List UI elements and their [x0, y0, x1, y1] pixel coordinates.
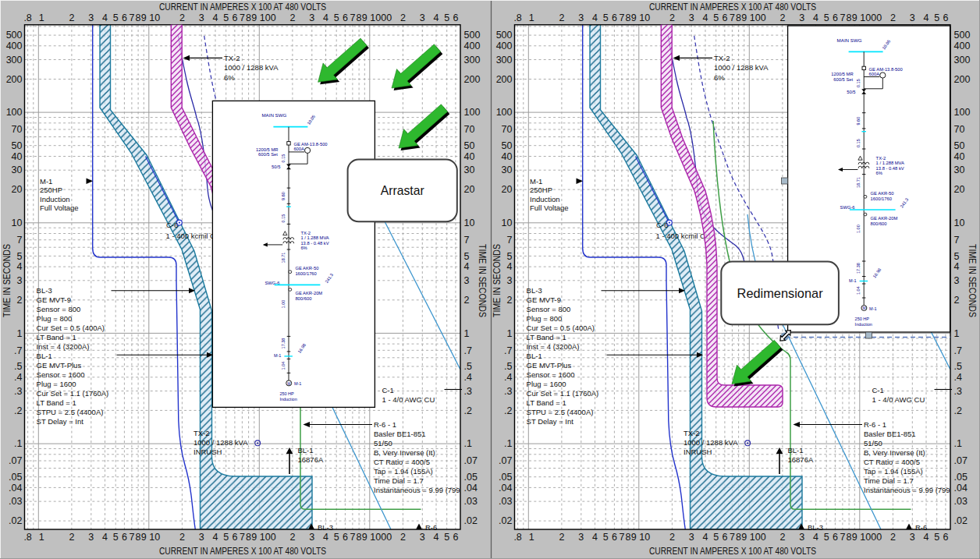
- svg-text:8: 8: [626, 12, 631, 23]
- svg-text:1000: 1000: [370, 532, 392, 543]
- svg-text:TX-2: TX-2: [194, 429, 210, 437]
- svg-text:8: 8: [136, 12, 141, 23]
- svg-text:0.15: 0.15: [281, 214, 286, 223]
- svg-text:3: 3: [799, 532, 804, 543]
- svg-text:.07: .07: [499, 455, 512, 466]
- svg-text:51/50: 51/50: [374, 439, 392, 448]
- svg-text:9: 9: [631, 532, 637, 543]
- svg-text:2: 2: [17, 295, 23, 306]
- svg-text:2: 2: [289, 532, 295, 543]
- svg-text:6: 6: [453, 532, 458, 543]
- svg-text:C-6: C-6: [166, 221, 178, 229]
- svg-text:4: 4: [213, 532, 218, 543]
- svg-text:7: 7: [350, 12, 355, 23]
- svg-text:6: 6: [833, 532, 838, 543]
- svg-text:MAIN SWG: MAIN SWG: [261, 112, 286, 118]
- svg-text:50: 50: [464, 140, 475, 151]
- svg-text:50: 50: [502, 140, 513, 151]
- svg-text:18.71: 18.71: [856, 177, 861, 188]
- svg-text:C-1: C-1: [872, 386, 884, 394]
- svg-text:1 - 4/0 AWG CU: 1 - 4/0 AWG CU: [382, 395, 435, 404]
- svg-text:Plug = 800: Plug = 800: [527, 314, 563, 323]
- svg-text:6: 6: [232, 12, 237, 23]
- svg-text:2: 2: [954, 295, 960, 306]
- svg-text:6: 6: [612, 532, 617, 543]
- svg-text:5: 5: [444, 12, 449, 23]
- svg-text:5: 5: [603, 532, 609, 543]
- svg-text:200: 200: [496, 74, 513, 85]
- svg-text:200: 200: [464, 74, 481, 85]
- svg-text:500: 500: [6, 30, 23, 41]
- svg-text:7: 7: [619, 12, 624, 23]
- svg-text:1000 / 1288 kVA: 1000 / 1288 kVA: [224, 63, 279, 72]
- svg-text:C-6: C-6: [656, 221, 668, 229]
- svg-text:M: M: [287, 382, 290, 386]
- svg-text:3: 3: [578, 532, 584, 543]
- svg-text:LT Band = 1: LT Band = 1: [37, 398, 76, 407]
- svg-text:1000 / 1288 kVA: 1000 / 1288 kVA: [194, 438, 248, 447]
- svg-text:9: 9: [852, 532, 858, 543]
- svg-text:6: 6: [943, 12, 948, 23]
- svg-text:.5: .5: [14, 361, 22, 372]
- svg-text:.2: .2: [14, 405, 22, 416]
- svg-text:.7: .7: [504, 345, 512, 356]
- svg-text:6%: 6%: [876, 171, 882, 175]
- svg-text:300: 300: [954, 55, 971, 65]
- svg-text:250HP: 250HP: [530, 186, 552, 194]
- svg-text:1000 / 1288 kVA: 1000 / 1288 kVA: [684, 438, 738, 447]
- svg-text:7: 7: [730, 532, 735, 543]
- svg-text:10: 10: [639, 532, 650, 543]
- svg-text:300: 300: [6, 55, 23, 65]
- svg-text:17.38: 17.38: [856, 263, 861, 274]
- svg-text:.04: .04: [9, 483, 22, 494]
- svg-text:BL-1: BL-1: [527, 352, 542, 360]
- svg-text:10: 10: [639, 12, 650, 23]
- svg-text:.4: .4: [954, 372, 962, 383]
- svg-text:Redimensionar: Redimensionar: [737, 286, 823, 301]
- svg-text:Sensor = 1600: Sensor = 1600: [527, 370, 575, 379]
- svg-text:800/600: 800/600: [871, 221, 887, 226]
- svg-text:400: 400: [464, 41, 481, 51]
- svg-text:70: 70: [502, 124, 513, 135]
- svg-text:INRUSH: INRUSH: [194, 448, 222, 456]
- svg-text:250 HP: 250 HP: [279, 391, 294, 396]
- svg-text:.1: .1: [504, 438, 512, 449]
- svg-text:R-6 - 1: R-6 - 1: [864, 420, 886, 429]
- svg-text:Time Dial = 1.7: Time Dial = 1.7: [864, 476, 914, 485]
- svg-text:5: 5: [113, 532, 119, 543]
- svg-text:TX-2: TX-2: [300, 231, 311, 235]
- svg-text:3: 3: [309, 532, 314, 543]
- svg-text:.04: .04: [499, 483, 512, 494]
- svg-text:5: 5: [223, 532, 229, 543]
- svg-text:8: 8: [736, 12, 741, 23]
- svg-text:300: 300: [496, 55, 513, 65]
- svg-text:1600/1760: 1600/1760: [871, 196, 892, 201]
- svg-text:B, Very Inverse (It): B, Very Inverse (It): [864, 448, 925, 457]
- svg-text:1: 1: [529, 532, 534, 543]
- svg-text:4: 4: [813, 12, 818, 23]
- svg-text:.4: .4: [464, 372, 472, 383]
- svg-text:9: 9: [741, 12, 747, 23]
- svg-text:6%: 6%: [714, 73, 725, 82]
- svg-text:ST Delay = Int: ST Delay = Int: [37, 417, 84, 426]
- svg-text:20: 20: [954, 184, 965, 195]
- svg-text:7: 7: [350, 532, 355, 543]
- svg-text:LT Band = 1: LT Band = 1: [527, 333, 566, 341]
- svg-text:BL-3: BL-3: [808, 523, 823, 532]
- svg-text:.02: .02: [954, 515, 968, 526]
- svg-text:4: 4: [464, 261, 470, 272]
- svg-text:B, Very Inverse (It): B, Very Inverse (It): [374, 448, 435, 457]
- svg-text:.03: .03: [499, 496, 512, 507]
- svg-text:2: 2: [779, 12, 785, 23]
- svg-text:4: 4: [592, 532, 598, 543]
- svg-text:2: 2: [69, 532, 74, 543]
- svg-text:13.8 - 0.48 kV: 13.8 - 0.48 kV: [300, 241, 328, 246]
- svg-text:5: 5: [824, 12, 829, 23]
- svg-text:400: 400: [496, 41, 513, 51]
- svg-text:CURRENT IN AMPERES X 100 AT 48: CURRENT IN AMPERES X 100 AT 480 VOLTS: [649, 2, 816, 12]
- svg-text:600A: 600A: [293, 147, 304, 151]
- svg-text:8: 8: [847, 532, 852, 543]
- svg-text:3: 3: [689, 12, 694, 23]
- svg-text:.2: .2: [464, 405, 472, 416]
- svg-text:TX-2: TX-2: [714, 54, 730, 62]
